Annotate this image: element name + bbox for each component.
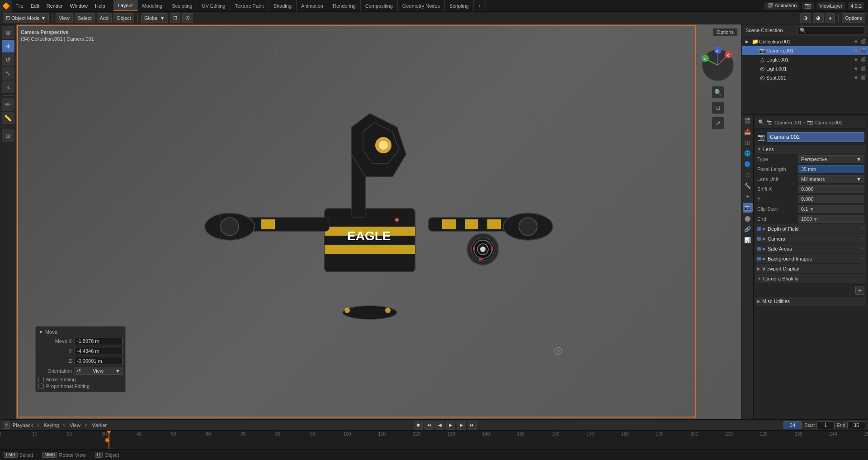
viewport-display-section[interactable]: ▶ Viewport Display [755,264,866,273]
view-layer-selector[interactable]: ViewLayer [816,2,845,9]
keying-label[interactable]: Keying [44,422,59,428]
prev-frame-btn[interactable]: ◀ [435,421,444,430]
tab-sculpting[interactable]: Sculpting [167,0,197,11]
props-constraints-icon-btn[interactable]: 🔗 [743,224,753,234]
tab-compositing[interactable]: Compositing [361,0,398,11]
spot-eye-icon[interactable]: 👁 [853,75,859,81]
menu-window[interactable]: Window [66,0,91,11]
outliner-collection-001[interactable]: ▶ 📁 Collection.001 👁 🎬 [742,37,868,46]
proportional-btn[interactable]: ◎ [182,13,193,23]
select-menu[interactable]: Select [75,13,95,23]
viewport-shading-material[interactable]: ◕ [813,13,824,23]
scale-tool-btn[interactable]: ⤡ [2,67,14,80]
light-eye-icon[interactable]: 👁 [853,66,859,72]
misc-utilities-section[interactable]: ▶ Misc Utilities [755,297,866,306]
safe-areas-menu[interactable]: ⋮ [860,247,864,251]
add-shakify-btn[interactable]: + [855,286,864,295]
rotate-tool-btn[interactable]: ↺ [2,53,14,66]
transform-space[interactable]: Global ▼ [141,13,168,23]
camera-shakify-section[interactable]: ▼ Camera Shakify [755,274,866,283]
view-menu[interactable]: View [56,13,73,23]
camera-name-input[interactable] [767,132,864,142]
timeline-view-label[interactable]: View [70,422,80,428]
menu-render[interactable]: Render [43,0,66,11]
tab-uv-editing[interactable]: UV Editing [197,0,230,11]
lens-unit-value[interactable]: Millimeters ▼ [798,175,864,183]
bg-images-menu[interactable]: ⋮ [860,256,864,261]
focal-length-value[interactable]: 35 mm [798,165,864,173]
start-frame-display[interactable]: 1 [816,421,835,429]
mode-selector[interactable]: ⊞ Object Mode ▼ [3,13,49,23]
add-menu[interactable]: Add [97,13,112,23]
depth-of-field-section[interactable]: ▶ Depth of Field ⋮ [755,224,866,233]
transform-tool-btn[interactable]: ⟁ [2,81,14,93]
eye-icon[interactable]: 👁 [853,38,859,45]
tab-texture-paint[interactable]: Texture Paint [230,0,269,11]
props-data-icon-btn[interactable]: 📷 [743,203,753,213]
next-frame-btn[interactable]: ▶ [457,421,466,430]
lens-section-header[interactable]: ▼ Lens [755,145,866,154]
tab-scripting[interactable]: Scripting [445,0,474,11]
outliner-eagle-001[interactable]: △ Eagle.001 👁 🎬 [742,55,868,64]
viewport[interactable]: Camera Perspective (34) Collection.001 |… [16,24,741,419]
dot-record-btn[interactable]: ⏺ [414,421,423,430]
viewport-shading-rendered[interactable]: ● [826,13,835,23]
move-tool-btn[interactable]: ✛ [2,40,14,52]
dof-menu-icon[interactable]: ⋮ [860,227,864,231]
light-render-icon[interactable]: 🎬 [860,66,866,72]
outliner-camera-001[interactable]: 📷 Camera.001 👁 🎬 [742,46,868,55]
camera-section-menu[interactable]: ⋮ [860,237,864,241]
scene-selector[interactable]: 📷 [802,2,814,9]
current-frame-display[interactable]: 34 [783,421,802,429]
viewport-shading-solid[interactable]: ◑ [800,13,811,23]
clip-end-value[interactable]: 1000 m [798,215,864,223]
props-world-icon-btn[interactable]: 🔵 [743,159,753,169]
tab-rendering[interactable]: Rendering [328,0,361,11]
camera-eye-icon[interactable]: 👁 [853,47,859,54]
tab-modeling[interactable]: Modeling [138,0,168,11]
play-btn[interactable]: ▶ [446,421,455,430]
eagle-eye-icon[interactable]: 👁 [853,57,859,63]
measure-tool-btn[interactable]: 📏 [2,112,14,124]
object-menu[interactable]: Object [113,13,134,23]
outliner-light-001[interactable]: ◎ Light.001 👁 🎬 [742,64,868,73]
props-view-layer-icon-btn[interactable]: ◫ [743,138,753,147]
props-output-icon-btn[interactable]: 📤 [743,127,753,137]
viewport-options-button[interactable]: Options [712,28,738,36]
spot-render-icon[interactable]: 🎬 [860,75,866,81]
props-object-data-icon-btn[interactable]: 📊 [743,235,753,245]
shift-x-value[interactable]: 0.000 [798,185,864,193]
tab-add[interactable]: + [474,0,486,11]
nav-gizmo[interactable]: X Y Z [700,47,736,83]
snap-btn[interactable]: ⊡ [170,13,180,23]
props-particles-icon-btn[interactable]: ✦ [743,192,753,202]
add-primitive-btn[interactable]: ⊞ [2,129,14,142]
props-material-icon-btn[interactable]: ⬤ [743,213,753,223]
props-object-icon-btn[interactable]: ⬡ [743,170,753,180]
eagle-render-icon[interactable]: 🎬 [860,57,866,63]
timeline-track[interactable]: 0 10 20 30 40 50 60 70 80 90 100 110 120… [0,431,868,449]
type-value[interactable]: Perspective ▼ [798,155,864,163]
breadcrumb-part2[interactable]: Camera.002 [815,120,843,125]
engine-selector[interactable]: 🎬 Animation [764,2,799,9]
playback-label[interactable]: Playback [13,422,33,428]
menu-help[interactable]: Help [91,0,109,11]
menu-file[interactable]: File [12,0,27,11]
render-icon[interactable]: 🎬 [860,38,866,45]
end-frame-display[interactable]: 35 [847,421,865,429]
props-modifiers-icon-btn[interactable]: 🔧 [743,181,753,191]
zoom-in-gizmo[interactable]: 🔍 [712,86,724,99]
proportional-editing-checkbox[interactable] [38,384,44,389]
background-images-section[interactable]: ▶ Background Images ⋮ [755,254,866,263]
move-z-value[interactable]: -0.00001 m [75,357,123,365]
options-btn[interactable]: Options [842,13,865,23]
shift-y-value[interactable]: 0.000 [798,195,864,203]
safe-areas-section[interactable]: ▶ Safe Areas ⋮ [755,244,866,253]
camera-render-icon[interactable]: 🎬 [860,47,866,54]
tab-geometry-nodes[interactable]: Geometry Nodes [398,0,445,11]
mirror-editing-checkbox[interactable] [38,377,44,382]
orientation-dropdown[interactable]: ↺ View ▼ [75,367,123,375]
camera-section[interactable]: ▶ Camera ⋮ [755,234,866,243]
clip-start-value[interactable]: 0.1 m [798,205,864,213]
tab-shading[interactable]: Shading [269,0,297,11]
